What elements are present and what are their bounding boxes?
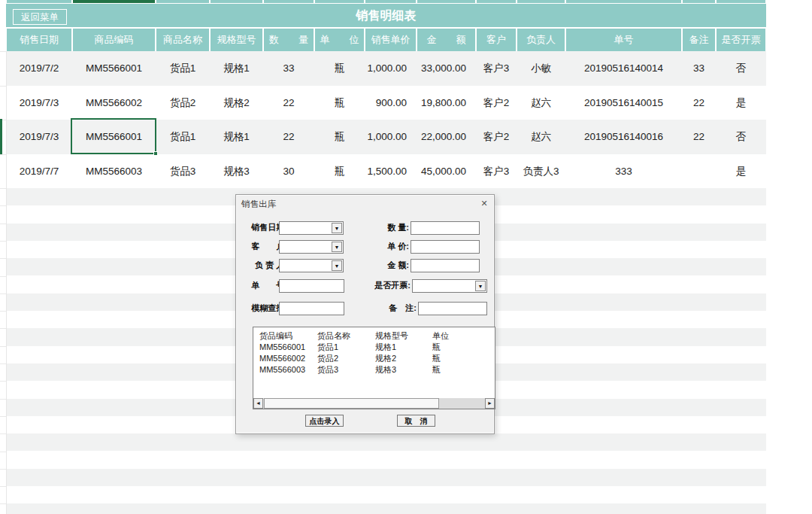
fill-handle[interactable] bbox=[153, 151, 158, 156]
table-cell[interactable]: 20190516140015 bbox=[565, 86, 682, 120]
table-cell[interactable]: 2019/7/7 bbox=[6, 154, 72, 189]
column-header[interactable]: 单号 bbox=[566, 29, 681, 51]
column-header[interactable]: 销售单价 bbox=[365, 29, 416, 51]
input-right-4[interactable] bbox=[418, 302, 487, 315]
input-right-2[interactable] bbox=[411, 259, 480, 272]
table-cell[interactable]: MM5566002 bbox=[72, 86, 156, 120]
column-header[interactable]: 规格型号 bbox=[211, 29, 262, 51]
table-cell[interactable]: 22,000.00 bbox=[417, 120, 476, 154]
combo-right-3[interactable]: ▼ bbox=[412, 279, 487, 293]
table-cell[interactable]: 33 bbox=[263, 51, 314, 86]
horizontal-scrollbar[interactable]: ◄ ► bbox=[253, 398, 495, 409]
scroll-left-arrow-icon[interactable]: ◄ bbox=[253, 398, 263, 409]
table-cell[interactable]: 是 bbox=[716, 86, 766, 120]
column-header[interactable]: 客户 bbox=[477, 29, 516, 51]
table-cell[interactable]: 赵六 bbox=[517, 86, 565, 120]
table-cell[interactable]: 33,000.00 bbox=[417, 51, 476, 86]
table-cell[interactable]: 20190516140016 bbox=[565, 120, 682, 154]
table-cell[interactable]: 负责人3 bbox=[517, 154, 565, 189]
table-cell[interactable]: 客户3 bbox=[476, 51, 517, 86]
empty-row-stripe bbox=[6, 469, 766, 486]
table-cell[interactable]: 瓶 bbox=[314, 154, 365, 189]
table-cell[interactable]: 规格1 bbox=[210, 120, 263, 154]
table-cell[interactable]: 22 bbox=[263, 120, 314, 154]
table-cell[interactable]: 900.00 bbox=[365, 86, 417, 120]
combo-left-1[interactable]: ▼ bbox=[279, 240, 344, 254]
listbox-cell[interactable]: 货品2 bbox=[317, 353, 338, 364]
input-right-1[interactable] bbox=[411, 240, 480, 254]
table-cell[interactable]: 瓶 bbox=[314, 51, 365, 86]
table-cell[interactable]: 1,000.00 bbox=[365, 120, 417, 154]
table-cell[interactable]: 2019/7/3 bbox=[6, 86, 72, 120]
table-cell[interactable]: 货品2 bbox=[156, 86, 210, 120]
listbox-cell[interactable]: 规格1 bbox=[375, 342, 396, 353]
table-cell[interactable]: 瓶 bbox=[314, 120, 365, 154]
listbox-cell[interactable]: 规格2 bbox=[375, 353, 396, 364]
listbox-cell[interactable]: MM5566001 bbox=[259, 342, 305, 353]
product-listbox[interactable]: 货品编码货品名称规格型号单位MM5566001货品1规格1瓶MM5566002货… bbox=[253, 327, 495, 409]
scrollbar-thumb[interactable] bbox=[264, 398, 439, 409]
table-cell[interactable]: 客户2 bbox=[476, 120, 517, 154]
table-cell[interactable]: 货品3 bbox=[156, 154, 210, 189]
table-cell[interactable]: 45,000.00 bbox=[417, 154, 476, 189]
table-cell[interactable]: 否 bbox=[716, 51, 766, 86]
listbox-cell[interactable]: 规格3 bbox=[375, 364, 396, 376]
listbox-cell[interactable]: 货品1 bbox=[317, 342, 338, 353]
column-header[interactable]: 金 额 bbox=[417, 29, 475, 51]
table-cell[interactable]: 规格2 bbox=[210, 86, 263, 120]
table-cell[interactable]: 2019/7/2 bbox=[6, 51, 72, 86]
column-header[interactable]: 数 量 bbox=[264, 29, 314, 51]
cancel-button[interactable]: 取 消 bbox=[397, 415, 435, 427]
column-header[interactable]: 销售日期 bbox=[7, 29, 71, 51]
chevron-down-icon[interactable]: ▼ bbox=[475, 281, 486, 291]
table-cell[interactable]: 1,000.00 bbox=[365, 51, 417, 86]
table-cell[interactable]: 22 bbox=[263, 86, 314, 120]
chevron-down-icon[interactable]: ▼ bbox=[332, 260, 342, 271]
combo-left-2[interactable]: ▼ bbox=[279, 259, 344, 272]
table-cell[interactable]: 客户3 bbox=[476, 154, 517, 189]
chevron-down-icon[interactable]: ▼ bbox=[332, 242, 342, 252]
table-cell[interactable]: 1,500.00 bbox=[365, 154, 417, 189]
listbox-cell[interactable]: 货品3 bbox=[317, 364, 338, 376]
table-cell[interactable]: 小敏 bbox=[517, 51, 565, 86]
listbox-cell[interactable]: 瓶 bbox=[432, 342, 441, 353]
table-cell[interactable]: 2019/7/3 bbox=[6, 120, 72, 154]
listbox-cell[interactable]: MM5566003 bbox=[259, 364, 305, 376]
table-cell[interactable]: MM5566001 bbox=[72, 51, 156, 86]
input-right-0[interactable] bbox=[411, 221, 480, 235]
column-header[interactable]: 是否开票 bbox=[717, 29, 765, 51]
input-left-4[interactable] bbox=[279, 302, 344, 315]
table-cell[interactable]: 瓶 bbox=[314, 86, 365, 120]
listbox-cell[interactable]: 瓶 bbox=[432, 353, 441, 364]
chevron-down-icon[interactable]: ▼ bbox=[332, 223, 342, 233]
table-cell[interactable]: 19,800.00 bbox=[417, 86, 476, 120]
table-cell[interactable]: 22 bbox=[682, 86, 716, 120]
table-cell[interactable]: MM5566003 bbox=[72, 154, 156, 189]
column-header[interactable]: 负责人 bbox=[517, 29, 565, 51]
table-cell[interactable] bbox=[682, 154, 716, 189]
listbox-cell[interactable]: MM5566002 bbox=[259, 353, 305, 364]
table-cell[interactable]: 客户2 bbox=[476, 86, 517, 120]
submit-entry-button[interactable]: 点击录入 bbox=[305, 415, 344, 427]
column-header[interactable]: 商品编码 bbox=[73, 29, 155, 51]
table-cell[interactable]: 22 bbox=[682, 120, 716, 154]
column-header[interactable]: 商品名称 bbox=[156, 29, 209, 51]
table-cell[interactable]: 30 bbox=[263, 154, 314, 189]
column-header[interactable]: 单 位 bbox=[315, 29, 364, 51]
table-cell[interactable]: 货品1 bbox=[156, 51, 210, 86]
listbox-cell[interactable]: 瓶 bbox=[432, 364, 441, 376]
table-cell[interactable]: 33 bbox=[682, 51, 716, 86]
table-cell[interactable]: 规格3 bbox=[210, 154, 263, 189]
column-header[interactable]: 备注 bbox=[683, 29, 715, 51]
table-cell[interactable]: 否 bbox=[716, 120, 766, 154]
close-icon[interactable]: ✕ bbox=[479, 198, 489, 208]
table-cell[interactable]: 货品1 bbox=[156, 120, 210, 154]
table-cell[interactable]: 规格1 bbox=[210, 51, 263, 86]
table-cell[interactable]: 333 bbox=[565, 154, 682, 189]
table-cell[interactable]: 20190516140014 bbox=[565, 51, 682, 86]
input-left-3[interactable] bbox=[279, 279, 344, 293]
combo-left-0[interactable]: ▼ bbox=[279, 221, 344, 235]
scroll-right-arrow-icon[interactable]: ► bbox=[485, 398, 495, 409]
table-cell[interactable]: 赵六 bbox=[517, 120, 565, 154]
table-cell[interactable]: 是 bbox=[716, 154, 766, 189]
